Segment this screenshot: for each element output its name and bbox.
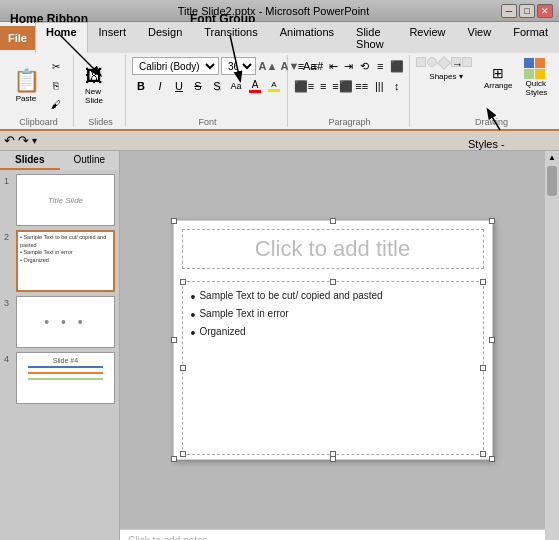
new-slide-button[interactable]: 🖼 NewSlide [80, 65, 108, 105]
shape-rect[interactable] [416, 57, 426, 67]
ribbon-content: 📋 Paste ✂ ⎘ 🖌 Clipboard 🖼 [0, 53, 559, 129]
slide-panel: Slides Outline 1 Title Slide 2 • Sample … [0, 151, 120, 540]
content-handle-ml [180, 365, 186, 371]
ribbon-tabs: Home Insert Design Transitions Animation… [35, 22, 559, 53]
close-button[interactable]: ✕ [537, 4, 553, 18]
strikethrough-button[interactable]: S [189, 77, 207, 95]
tab-animations[interactable]: Animations [269, 22, 345, 53]
content-handle-br [480, 451, 486, 457]
main-area: Slides Outline 1 Title Slide 2 • Sample … [0, 151, 559, 540]
highlight-color-button[interactable]: A [265, 77, 283, 95]
line-spacing-button[interactable]: ↕ [389, 77, 406, 95]
shape-callout[interactable] [462, 57, 472, 67]
slide4-label: Slide #4 [53, 357, 78, 364]
slide1-content: Title Slide [48, 196, 83, 205]
center-align-button[interactable]: ≡ [315, 77, 332, 95]
convert-smartart-button[interactable]: ⬛ [389, 57, 405, 75]
handle-tl [171, 218, 177, 224]
handle-tm [330, 218, 336, 224]
slides-label: Slides [76, 117, 125, 127]
notes-placeholder: Click to add notes [128, 535, 208, 540]
customize-button[interactable]: ▾ [32, 135, 37, 146]
shape-arrow[interactable]: → [451, 57, 461, 67]
paragraph-label: Paragraph [290, 117, 409, 127]
font-size-select[interactable]: 36 [221, 57, 256, 75]
font-group: Calibri (Body) 36 A▲ A▼ Aa B I U S [128, 55, 288, 127]
left-align-button[interactable]: ⬛≡ [294, 77, 314, 95]
tab-transitions[interactable]: Transitions [193, 22, 268, 53]
handle-ml [171, 337, 177, 343]
arrange-button[interactable]: ⊞ Arrange [480, 57, 516, 97]
bullets-button[interactable]: ≡ [294, 57, 308, 75]
slide-canvas-container: Click to add title [120, 151, 545, 529]
shapes-button[interactable]: Shapes ▾ [429, 72, 462, 81]
format-painter-button[interactable]: 🖌 [46, 95, 66, 113]
quick-access-toolbar: ↶ ↷ ▾ [0, 131, 559, 151]
increase-indent-button[interactable]: ⇥ [342, 57, 356, 75]
slides-tab[interactable]: Slides [0, 151, 60, 170]
tab-design[interactable]: Design [137, 22, 193, 53]
tab-review[interactable]: Review [398, 22, 456, 53]
file-tab[interactable]: File [0, 26, 35, 50]
slide-content-area[interactable]: • Sample Text to be cut/ copied and past… [182, 281, 484, 455]
drawing-group: → Shapes ▾ ⊞ Arrange [412, 55, 559, 127]
copy-button[interactable]: ⎘ [46, 76, 66, 94]
minimize-button[interactable]: ─ [501, 4, 517, 18]
content-handle-bl [180, 451, 186, 457]
tab-home[interactable]: Home [35, 22, 88, 53]
change-case-button[interactable]: Aa [227, 77, 245, 95]
right-align-button[interactable]: ≡⬛ [333, 77, 353, 95]
increase-font-button[interactable]: A▲ [258, 57, 278, 75]
tab-slideshow[interactable]: Slide Show [345, 22, 398, 53]
shape-oval[interactable] [427, 57, 437, 67]
slide-canvas: Click to add title [173, 220, 493, 460]
clipboard-group: 📋 Paste ✂ ⎘ 🖌 Clipboard [4, 55, 74, 127]
decrease-indent-button[interactable]: ⇤ [326, 57, 340, 75]
paste-button[interactable]: 📋 Paste [8, 65, 44, 105]
underline-button[interactable]: U [170, 77, 188, 95]
columns-button[interactable]: ||| [371, 77, 388, 95]
shadow-button[interactable]: S [208, 77, 226, 95]
justify-button[interactable]: ≡≡ [354, 77, 371, 95]
slide-thumbnail-4[interactable]: 4 Slide #4 [16, 352, 115, 404]
italic-button[interactable]: I [151, 77, 169, 95]
slide-thumbnail-1[interactable]: 1 Title Slide [16, 174, 115, 226]
maximize-button[interactable]: □ [519, 4, 535, 18]
bullet-2: • Sample Text in error [191, 308, 475, 322]
text-direction-button[interactable]: ⟲ [358, 57, 372, 75]
title-placeholder-text: Click to add title [255, 236, 410, 262]
notes-bar[interactable]: Click to add notes [120, 529, 545, 540]
slide2-content: • Sample Text to be cut/ copied and past… [20, 234, 111, 265]
window-controls[interactable]: ─ □ ✕ [501, 4, 553, 18]
clipboard-label: Clipboard [4, 117, 73, 127]
slides-buttons: 🖼 NewSlide [80, 57, 121, 125]
ribbon: File Home Insert Design Transitions Anim… [0, 22, 559, 131]
undo-button[interactable]: ↶ [4, 133, 15, 148]
outline-tab[interactable]: Outline [60, 151, 120, 170]
slide-title-placeholder[interactable]: Click to add title [182, 229, 484, 269]
quick-styles-button[interactable]: QuickStyles [520, 57, 552, 97]
redo-button[interactable]: ↷ [18, 133, 29, 148]
vertical-scrollbar[interactable]: ▲ ▼ [545, 151, 559, 540]
handle-br [489, 456, 495, 462]
bold-button[interactable]: B [132, 77, 150, 95]
slide-thumbnail-2[interactable]: 2 • Sample Text to be cut/ copied and pa… [16, 230, 115, 292]
font-name-select[interactable]: Calibri (Body) [132, 57, 219, 75]
font-color-button[interactable]: A [246, 77, 264, 95]
slide-num-3: 3 [4, 298, 9, 308]
paragraph-group: ≡ ≡# ⇤ ⇥ ⟲ ≡ ⬛ ⬛≡ ≡ ≡⬛ ≡≡ ||| ↕ [290, 55, 410, 127]
slide-thumbnail-3[interactable]: 3 • • • [16, 296, 115, 348]
scroll-thumb[interactable] [547, 166, 557, 196]
tab-view[interactable]: View [457, 22, 503, 53]
shape-diamond[interactable] [437, 56, 451, 70]
slide-num-2: 2 [4, 232, 9, 242]
bullet-1: • Sample Text to be cut/ copied and past… [191, 290, 475, 304]
content-handle-tl [180, 279, 186, 285]
cut-button[interactable]: ✂ [46, 57, 66, 75]
align-text-button[interactable]: ≡ [373, 57, 387, 75]
scroll-up-button[interactable]: ▲ [546, 151, 558, 164]
font-name-row: Calibri (Body) 36 A▲ A▼ Aa [132, 57, 283, 75]
tab-insert[interactable]: Insert [88, 22, 138, 53]
numbering-button[interactable]: ≡# [310, 57, 325, 75]
tab-format[interactable]: Format [502, 22, 559, 53]
